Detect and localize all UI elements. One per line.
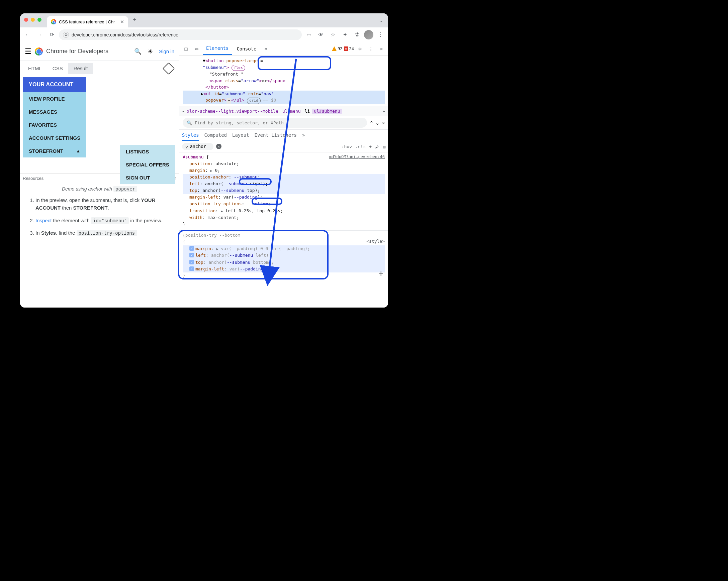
arrow-icon: ▲ (76, 148, 80, 154)
close-window-button[interactable] (24, 18, 28, 22)
filter-chip[interactable]: ▽ (182, 143, 213, 150)
tab-css[interactable]: CSS (47, 63, 68, 74)
tab-html[interactable]: HTML (23, 63, 47, 74)
breadcrumb-next-icon: ▸ (383, 109, 385, 114)
theme-toggle-icon[interactable]: ☀ (148, 48, 153, 55)
tab-computed[interactable]: Computed (204, 132, 227, 138)
tab-listeners[interactable]: Event Listeners (255, 132, 297, 138)
flex-badge[interactable]: flex (232, 65, 245, 71)
more-side-tabs-icon[interactable]: » (302, 132, 305, 138)
elements-side-tabs: Styles Computed Layout Event Listeners » (179, 130, 388, 141)
new-tab-button[interactable]: + (129, 15, 139, 25)
errors-badge[interactable]: 24 (344, 47, 354, 51)
grid-badge[interactable]: grid (247, 98, 261, 104)
inline-style-link[interactable]: <style> (366, 238, 385, 245)
tab-styles[interactable]: Styles (182, 132, 199, 141)
reader-mode-icon[interactable]: 👁 (316, 30, 326, 40)
reload-button[interactable]: ⟳ (47, 30, 57, 40)
add-rule-icon[interactable]: + (379, 268, 383, 280)
find-prev-icon[interactable]: ⌃ (370, 120, 373, 126)
more-options-icon[interactable]: ⋮ (366, 44, 375, 54)
minimize-window-button[interactable] (31, 18, 35, 22)
content-area: ☰ Chrome for Developers 🔍 ☀ Sign in HTML… (20, 42, 388, 308)
menu-icon[interactable]: ⋮ (375, 30, 385, 40)
browser-tab[interactable]: CSS features reference | Chr ✕ (47, 16, 128, 27)
checkbox-icon[interactable] (189, 267, 194, 271)
find-input[interactable]: 🔍 Find by string, selector, or XPath (183, 118, 367, 128)
find-next-icon[interactable]: ⌄ (376, 120, 379, 126)
tab-elements[interactable]: Elements (203, 42, 232, 55)
clear-filter-icon[interactable]: ✕ (216, 144, 222, 149)
css-rule-submenu[interactable]: mdYdpOM?ani…pe=embed:46 #submenu { posit… (179, 153, 388, 231)
source-link[interactable]: mdYdpOM?ani…pe=embed:46 (329, 154, 385, 160)
computed-sidebar-icon[interactable]: ▥ (383, 144, 385, 149)
codepen-tabs: HTML CSS Result (20, 63, 179, 74)
tab-layout[interactable]: Layout (232, 132, 249, 138)
tab-title: CSS features reference | Chr (59, 19, 115, 24)
checkbox-icon[interactable] (189, 246, 194, 251)
menu-item-storefront[interactable]: STOREFRONT▲ (23, 144, 86, 158)
back-button[interactable]: ← (23, 30, 33, 40)
close-find-icon[interactable]: ✕ (382, 120, 385, 126)
site-header: ☰ Chrome for Developers 🔍 ☀ Sign in (20, 42, 179, 61)
styles-toolbar: ▽ ✕ :hov .cls + 🖌 ▥ (179, 141, 388, 153)
hov-toggle[interactable]: :hov (342, 144, 352, 149)
device-toolbar-icon[interactable]: ▭ (192, 44, 201, 54)
filter-icon: ▽ (185, 144, 188, 149)
search-icon[interactable]: 🔍 (134, 48, 141, 55)
your-account-button[interactable]: YOUR ACCOUNT (23, 77, 86, 92)
menu-item-settings[interactable]: ACCOUNT SETTINGS (23, 131, 86, 144)
hamburger-menu-icon[interactable]: ☰ (25, 47, 31, 56)
demo-preview: YOUR ACCOUNT VIEW PROFILE MESSAGES FAVOR… (20, 74, 179, 160)
new-style-icon[interactable]: + (369, 144, 372, 149)
submenu-item-listings[interactable]: LISTINGS (120, 145, 175, 158)
warning-icon (332, 47, 337, 51)
checkbox-icon[interactable] (189, 260, 194, 265)
tabs-dropdown-icon[interactable]: ⌄ (380, 18, 383, 23)
codepen-logo-icon[interactable] (163, 62, 175, 75)
step-1: In the preview, open the submenu, that i… (35, 196, 170, 212)
submenu-item-signout[interactable]: SIGN OUT (120, 171, 175, 184)
menu-item-profile[interactable]: VIEW PROFILE (23, 92, 86, 105)
cls-toggle[interactable]: .cls (355, 144, 366, 149)
warnings-badge[interactable]: 92 (332, 47, 342, 51)
find-bar: 🔍 Find by string, selector, or XPath ⌃ ⌄… (179, 116, 388, 130)
demo-caption: Demo using anchor with popover (20, 186, 179, 192)
dom-tree[interactable]: ▼<button popovertarget= "submenu"> flex … (179, 55, 388, 106)
menu-item-messages[interactable]: MESSAGES (23, 105, 86, 118)
settings-gear-icon[interactable]: ⚙ (355, 44, 365, 54)
url-text: developer.chrome.com/docs/devtools/css/r… (72, 32, 178, 37)
resources-link[interactable]: Resources (23, 176, 44, 181)
css-rule-position-try[interactable]: <style> @position-try --bottom { margin:… (179, 231, 388, 282)
cast-icon[interactable]: ▭ (304, 30, 314, 40)
sign-in-link[interactable]: Sign in (159, 49, 174, 54)
menu-item-favorites[interactable]: FAVORITES (23, 118, 86, 131)
close-tab-icon[interactable]: ✕ (120, 19, 124, 24)
forward-button[interactable]: → (35, 30, 45, 40)
bookmark-icon[interactable]: ☆ (328, 30, 338, 40)
devtools-panel: ◫ ▭ Elements Console » 92 24 ⚙ ⋮ ✕ ▼<but… (179, 42, 388, 308)
inspect-link[interactable]: Inspect (35, 218, 52, 223)
submenu-item-offers[interactable]: SPECIAL OFFERS (120, 158, 175, 171)
more-tabs-icon[interactable]: » (261, 44, 270, 54)
filter-input[interactable] (190, 144, 210, 149)
inspect-element-icon[interactable]: ◫ (181, 44, 191, 54)
browser-window: CSS features reference | Chr ✕ + ⌄ ← → ⟳… (20, 13, 388, 308)
close-devtools-icon[interactable]: ✕ (377, 44, 386, 54)
tab-console[interactable]: Console (233, 42, 260, 55)
instruction-steps: In the preview, open the submenu, that i… (20, 196, 179, 237)
breadcrumb-prev-icon: ◂ (182, 109, 185, 114)
tab-result[interactable]: Result (68, 63, 93, 74)
account-menu: VIEW PROFILE MESSAGES FAVORITES ACCOUNT … (23, 92, 86, 158)
brush-icon[interactable]: 🖌 (375, 144, 380, 149)
checkbox-icon[interactable] (189, 253, 194, 257)
step-2: Inspect the element with id="submenu" in… (35, 217, 170, 225)
address-bar[interactable]: ⚙ developer.chrome.com/docs/devtools/css… (59, 29, 302, 40)
labs-icon[interactable]: ⚗ (352, 30, 362, 40)
maximize-window-button[interactable] (37, 18, 42, 22)
extensions-icon[interactable]: ✦ (340, 30, 350, 40)
profile-avatar[interactable] (364, 30, 373, 39)
page-content: ☰ Chrome for Developers 🔍 ☀ Sign in HTML… (20, 42, 179, 308)
dom-breadcrumb[interactable]: ◂ olor-scheme--light.viewport--mobile ul… (179, 106, 388, 116)
site-settings-icon[interactable]: ⚙ (63, 32, 69, 38)
